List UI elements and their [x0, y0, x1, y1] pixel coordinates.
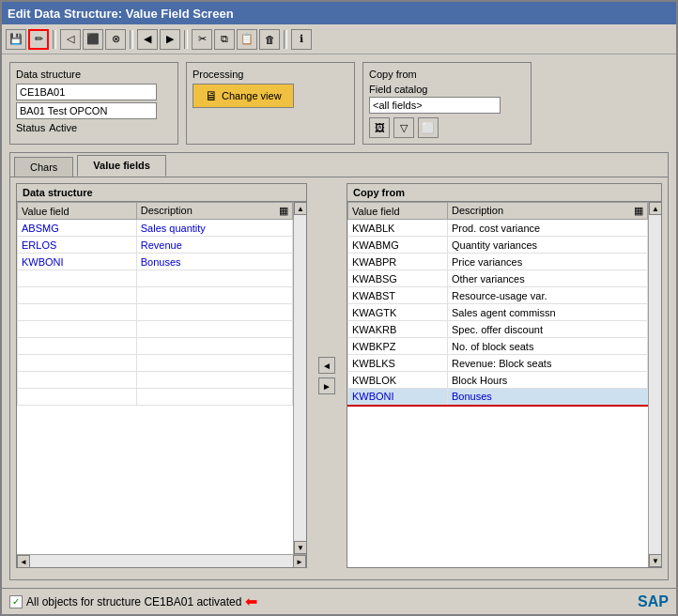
move-left-button[interactable]: ◄	[318, 357, 335, 374]
title-bar: Edit Data Structure: Value Field Screen	[2, 2, 676, 24]
tab-value-fields[interactable]: Value fields	[77, 155, 166, 177]
table-row	[18, 270, 293, 287]
right-table: Value field Description ▦	[347, 202, 648, 407]
change-view-button[interactable]: 🖥 Change view	[193, 84, 294, 108]
left-row-1-desc[interactable]: Sales quantity	[136, 220, 292, 237]
right-row-9-desc: Revenue: Block seats	[448, 355, 648, 372]
right-row-6-desc: Sales agent commissn	[448, 304, 648, 321]
right-row-11-field[interactable]: KWBONI	[348, 389, 448, 406]
scroll-up-btn[interactable]: ▲	[294, 202, 306, 215]
right-row-8-field[interactable]: KWBKPZ	[348, 338, 448, 355]
right-row-4-desc: Other variances	[448, 270, 648, 287]
right-row-7-desc: Spec. offer discount	[448, 321, 648, 338]
red-arrow-icon: ⬅	[245, 593, 257, 610]
left-row-2-desc[interactable]: Revenue	[136, 237, 292, 254]
table-row	[18, 372, 293, 389]
right-row-10-desc: Block Hours	[448, 372, 648, 389]
separator2	[130, 30, 133, 49]
left-panel-header: Data structure	[17, 184, 306, 202]
cancel-button[interactable]: ⊗	[105, 29, 126, 50]
table-row: KWBLOK Block Hours	[348, 372, 648, 389]
change-view-label: Change view	[222, 90, 282, 101]
right-row-5-field[interactable]: KWABST	[348, 287, 448, 304]
data-structure-field1[interactable]	[16, 84, 157, 100]
right-col-icon[interactable]: ▦	[634, 205, 643, 217]
exit-button[interactable]: ⬛	[83, 29, 103, 50]
bottom-bar: ✓ All objects for structure CE1BA01 acti…	[2, 588, 676, 614]
table-row: KWABMG Quantity variances	[348, 237, 648, 254]
table-row: KWABSG Other variances	[348, 270, 648, 287]
scroll-right-btn[interactable]: ►	[293, 555, 306, 568]
data-structure-field2[interactable]	[16, 102, 157, 119]
info-button[interactable]: ℹ	[291, 29, 312, 50]
right-row-3-field[interactable]: KWABPR	[348, 254, 448, 270]
middle-arrows: ◄ ►	[315, 183, 339, 568]
left-row-3-desc[interactable]: Bonuses	[136, 254, 292, 270]
tabs-content: Data structure Value field	[10, 177, 668, 574]
copy-from-panel: Copy from Field catalog 🖼 ▽ ⬜	[362, 62, 532, 145]
next-button[interactable]: ▶	[160, 29, 180, 50]
table-row: KWABST Resource-usage var.	[348, 287, 648, 304]
filter-icon-btn[interactable]: ▽	[393, 117, 414, 138]
status-checkbox: ✓	[9, 595, 23, 608]
table-row: ERLOS Revenue	[18, 237, 293, 254]
left-col-icon[interactable]: ▦	[279, 205, 288, 217]
main-window: Edit Data Structure: Value Field Screen …	[0, 0, 678, 616]
table-row	[18, 287, 293, 304]
cut-button[interactable]: ✂	[192, 29, 212, 50]
move-right-button[interactable]: ►	[318, 377, 335, 394]
back-button[interactable]: ◁	[60, 29, 81, 50]
field-catalog-input[interactable]	[369, 97, 501, 114]
paste-button[interactable]: 📋	[237, 29, 257, 50]
copy-from-panel-title: Copy from	[369, 69, 525, 80]
tabs-header: Chars Value fields	[10, 153, 668, 177]
right-scroll-up-btn[interactable]: ▲	[649, 202, 661, 215]
left-table: Value field Description ▦	[17, 202, 293, 406]
right-row-4-field[interactable]: KWABSG	[348, 270, 448, 287]
left-row-1-field[interactable]: ABSMG	[18, 220, 137, 237]
right-col-value-field: Value field	[348, 203, 448, 220]
copy-icons-row: 🖼 ▽ ⬜	[369, 117, 525, 138]
toolbar: 💾 ✏ ◁ ⬛ ⊗ ◀ ▶ ✂ ⧉ 📋 🗑 ℹ	[2, 24, 676, 54]
table-row: KWABPR Price variances	[348, 254, 648, 270]
tab-chars[interactable]: Chars	[14, 157, 73, 177]
right-table-container: Value field Description ▦	[347, 202, 648, 567]
right-row-11-desc[interactable]: Bonuses	[448, 389, 648, 406]
right-scrollbar: ▲ ▼	[648, 202, 661, 567]
scroll-down-btn[interactable]: ▼	[294, 541, 306, 554]
left-scrollbar: ▲ ▼	[293, 202, 306, 554]
status-row: Status Active	[16, 122, 172, 133]
hscroll-track	[30, 555, 293, 567]
right-row-10-field[interactable]: KWBLOK	[348, 372, 448, 389]
change-view-icon: 🖥	[205, 88, 218, 103]
right-row-2-field[interactable]: KWABMG	[348, 237, 448, 254]
separator3	[184, 30, 188, 49]
right-row-7-field[interactable]: KWAKRB	[348, 321, 448, 338]
data-structure-panel-title: Data structure	[16, 69, 172, 80]
settings-icon-btn[interactable]: ⬜	[418, 117, 439, 138]
right-scroll-down-btn[interactable]: ▼	[649, 554, 661, 567]
separator	[53, 30, 56, 49]
content-area: Data structure Status Active Processing …	[2, 54, 676, 588]
data-structure-panel: Data structure Status Active	[9, 62, 178, 145]
copy-button[interactable]: ⧉	[214, 29, 235, 50]
left-hscrollbar: ◄ ►	[17, 554, 306, 567]
left-col-value-field: Value field	[18, 203, 137, 220]
table-row: KWABLK Prod. cost variance	[348, 220, 648, 237]
left-row-3-field[interactable]: KWBONI	[18, 254, 137, 270]
right-row-1-field[interactable]: KWABLK	[348, 220, 448, 237]
right-row-6-field[interactable]: KWAGTK	[348, 304, 448, 321]
prev-button[interactable]: ◀	[137, 29, 158, 50]
save-button[interactable]: 💾	[6, 29, 26, 50]
copy-icon-btn[interactable]: 🖼	[369, 117, 390, 138]
scroll-left-btn[interactable]: ◄	[17, 555, 30, 568]
table-row: ABSMG Sales quantity	[18, 220, 293, 237]
right-row-9-field[interactable]: KWBLKS	[348, 355, 448, 372]
tabs-area: Chars Value fields Data structure	[9, 152, 669, 580]
status-left: ✓ All objects for structure CE1BA01 acti…	[9, 593, 257, 610]
left-data-panel: Data structure Value field	[16, 183, 307, 568]
delete-button[interactable]: 🗑	[259, 29, 280, 50]
left-row-2-field[interactable]: ERLOS	[18, 237, 137, 254]
edit-button[interactable]: ✏	[28, 29, 49, 50]
right-panel-header: Copy from	[347, 184, 661, 202]
